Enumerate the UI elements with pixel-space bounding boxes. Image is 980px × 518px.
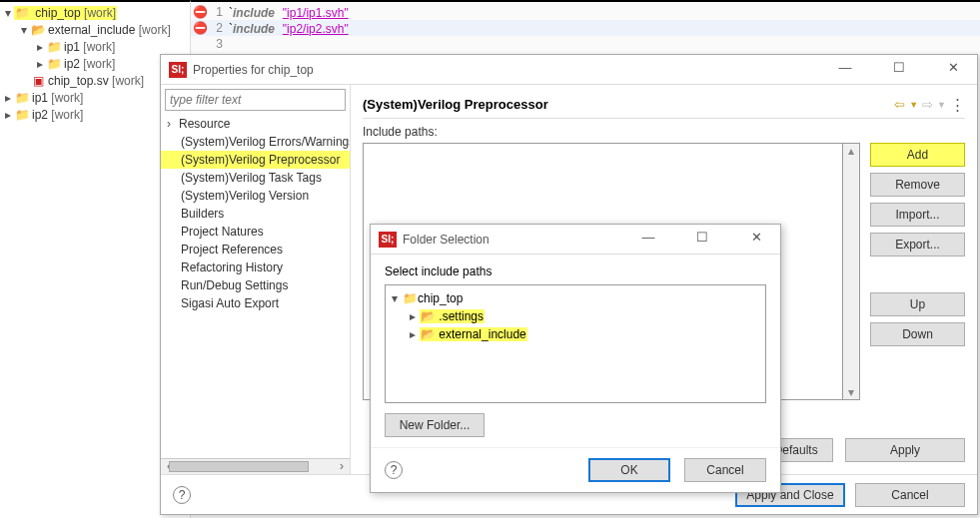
scroll-up-icon[interactable]: ▴ [848, 144, 854, 158]
category-preprocessor[interactable]: (System)Verilog Preprocessor [161, 151, 350, 169]
tree-item-chip-top[interactable]: ▾ 📁 chip_top [work] [0, 4, 190, 21]
category-tasktags[interactable]: (System)Verilog Task Tags [161, 169, 350, 187]
new-folder-button[interactable]: New Folder... [385, 413, 485, 437]
dialog-title: Folder Selection [403, 233, 632, 247]
help-icon[interactable]: ? [173, 486, 191, 504]
categories-panel: ›Resource (System)Verilog Errors/Warning… [161, 85, 351, 474]
remove-button[interactable]: Remove [870, 173, 965, 197]
keyword: include [233, 22, 275, 36]
chevron-right-icon[interactable]: ▸ [34, 57, 46, 71]
dialog-titlebar[interactable]: SI; Properties for chip_top — ☐ ✕ [161, 55, 977, 85]
close-button[interactable]: ✕ [740, 230, 772, 250]
line-number: 1 [209, 5, 229, 19]
chevron-down-icon[interactable]: ▾ [18, 23, 30, 37]
project-icon: 📁 [14, 91, 30, 105]
error-marker-icon[interactable]: ⛔ [191, 5, 209, 19]
string-literal: "ip2/ip2.svh" [283, 22, 349, 36]
tree-item-ip1[interactable]: ▸ 📁 ip1 [work] [0, 38, 190, 55]
keyword: include [233, 6, 275, 20]
category-label: Refactoring History [181, 260, 283, 274]
horizontal-scrollbar[interactable]: ‹ › [161, 458, 350, 474]
category-label: Project References [181, 243, 283, 257]
section-title: (System)Verilog Preprocessor [363, 97, 894, 112]
folder-tree-item-root[interactable]: ▾ 📁 chip_top [388, 289, 763, 307]
tree-label: chip_top [35, 6, 80, 20]
tree-label: ip1 [32, 91, 48, 105]
editor-line[interactable]: ⛔ 1 `include "ip1/ip1.svh" [191, 4, 980, 20]
dialog-title: Properties for chip_top [193, 63, 829, 77]
import-button[interactable]: Import... [870, 203, 965, 227]
category-label: (System)Verilog Version [181, 189, 309, 203]
scroll-right-icon[interactable]: › [334, 459, 350, 474]
category-label: (System)Verilog Errors/Warnings [181, 135, 350, 149]
tree-label-suffix: [work] [139, 23, 171, 37]
folder-selection-dialog: SI; Folder Selection — ☐ ✕ Select includ… [370, 224, 781, 493]
dropdown-icon[interactable]: ▼ [937, 100, 946, 110]
cancel-button[interactable]: Cancel [855, 483, 965, 507]
back-icon[interactable]: ⇦ [894, 97, 905, 112]
export-button[interactable]: Export... [870, 233, 965, 257]
chevron-right-icon[interactable]: ▸ [2, 91, 14, 105]
chevron-down-icon[interactable]: ▾ [388, 291, 402, 305]
category-natures[interactable]: Project Natures [161, 223, 350, 241]
tree-label: ip2 [64, 57, 80, 71]
folder-icon: 📁 [46, 57, 62, 71]
category-rundebug[interactable]: Run/Debug Settings [161, 276, 350, 294]
up-button[interactable]: Up [870, 292, 965, 316]
chevron-right-icon[interactable]: ▸ [406, 309, 420, 323]
line-number: 2 [209, 21, 229, 35]
folder-link-icon: 📂 [30, 23, 46, 37]
maximize-button[interactable]: ☐ [686, 230, 718, 250]
category-errors[interactable]: (System)Verilog Errors/Warnings [161, 133, 350, 151]
vertical-scrollbar[interactable]: ▴ ▾ [843, 143, 860, 400]
forward-icon[interactable]: ⇨ [922, 97, 933, 112]
add-button[interactable]: Add [870, 143, 965, 167]
category-label: Run/Debug Settings [181, 278, 288, 292]
minimize-button[interactable]: — [632, 230, 664, 250]
dropdown-icon[interactable]: ▼ [909, 100, 918, 110]
cancel-button[interactable]: Cancel [684, 458, 766, 482]
menu-icon[interactable]: ⋮ [950, 96, 965, 114]
include-paths-label: Include paths: [363, 125, 965, 139]
help-icon[interactable]: ? [385, 461, 403, 479]
spacer [18, 74, 30, 88]
category-refactor[interactable]: Refactoring History [161, 259, 350, 276]
category-label: (System)Verilog Preprocessor [181, 153, 340, 167]
tree-label: ip2 [32, 108, 48, 122]
folder-tree-item-settings[interactable]: ▸ 📂 .settings [388, 307, 763, 325]
chevron-right-icon[interactable]: ▸ [34, 40, 46, 54]
folder-label: chip_top [418, 291, 463, 305]
error-marker-icon[interactable]: ⛔ [191, 21, 209, 35]
editor-line[interactable]: 3 [191, 36, 980, 52]
tree-item-external-include[interactable]: ▾ 📂 external_include [work] [0, 21, 190, 38]
tree-label-suffix: [work] [51, 91, 83, 105]
category-label: (System)Verilog Task Tags [181, 171, 322, 185]
close-button[interactable]: ✕ [937, 60, 969, 80]
apply-button[interactable]: Apply [845, 438, 965, 462]
tree-label-suffix: [work] [51, 108, 83, 122]
ok-button[interactable]: OK [588, 458, 670, 482]
folder-icon: 📂 [421, 309, 436, 323]
down-button[interactable]: Down [870, 322, 965, 346]
scroll-down-icon[interactable]: ▾ [848, 385, 854, 399]
tree-label-suffix: [work] [83, 40, 115, 54]
chevron-right-icon[interactable]: ▸ [406, 327, 420, 341]
tree-label-suffix: [work] [83, 57, 115, 71]
chevron-right-icon[interactable]: ▸ [2, 108, 14, 122]
maximize-button[interactable]: ☐ [883, 60, 915, 80]
category-resource[interactable]: ›Resource [161, 115, 350, 133]
chevron-down-icon[interactable]: ▾ [2, 6, 14, 20]
filter-input[interactable] [165, 89, 346, 111]
category-builders[interactable]: Builders [161, 205, 350, 223]
folder-tree[interactable]: ▾ 📁 chip_top ▸ 📂 .settings ▸ 📂 external_… [385, 284, 766, 403]
folder-tree-item-external-include[interactable]: ▸ 📂 external_include [388, 325, 763, 343]
category-version[interactable]: (System)Verilog Version [161, 187, 350, 205]
editor-line[interactable]: ⛔ 2 `include "ip2/ip2.svh" [191, 20, 980, 36]
minimize-button[interactable]: — [829, 60, 861, 80]
chevron-right-icon[interactable]: › [167, 117, 179, 131]
category-label: Sigasi Auto Export [181, 296, 279, 310]
scrollbar-thumb[interactable] [169, 461, 309, 472]
category-sigasi[interactable]: Sigasi Auto Export [161, 294, 350, 312]
dialog-titlebar[interactable]: SI; Folder Selection — ☐ ✕ [371, 225, 780, 255]
category-refs[interactable]: Project References [161, 241, 350, 259]
